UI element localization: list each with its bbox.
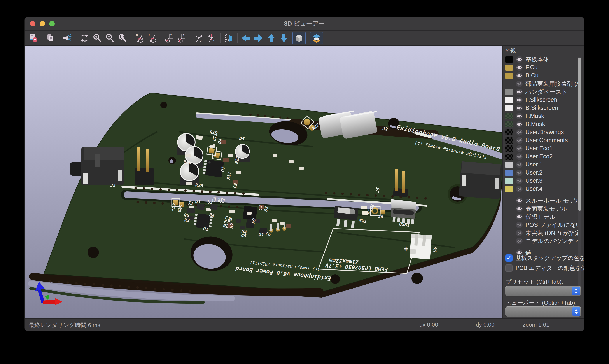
rotate-y-ccw-button[interactable]: Y [177, 32, 187, 44]
zoom-in-button[interactable] [92, 32, 103, 44]
refdes-label: SW1 [359, 218, 367, 224]
layer-row[interactable]: 表面実装モデル [505, 205, 580, 213]
layer-row[interactable]: 部品実装用接着剤 (Adhesive) [505, 80, 580, 88]
visibility-off-icon[interactable] [516, 238, 523, 245]
visibility-off-icon[interactable] [516, 221, 523, 228]
visibility-off-icon[interactable] [516, 137, 523, 144]
layer-color-swatch[interactable] [505, 113, 513, 119]
layer-row[interactable]: モデルのバウンディングボックス [505, 237, 580, 245]
layer-color-swatch[interactable] [505, 137, 513, 143]
layer-color-swatch[interactable] [505, 178, 513, 184]
layer-row[interactable]: F.Cu [505, 64, 580, 72]
visibility-on-icon[interactable] [516, 56, 523, 63]
rotate-x-ccw-button[interactable]: X [147, 32, 158, 44]
visibility-off-icon[interactable] [516, 169, 523, 176]
layer-row[interactable]: 基板本体 [505, 55, 580, 64]
zoom-fit-button[interactable] [117, 32, 128, 44]
flip-board-button[interactable] [223, 32, 234, 44]
copy-image-button[interactable] [45, 32, 56, 44]
layer-row[interactable]: User.1 [505, 161, 580, 169]
preset-combobox[interactable] [505, 286, 581, 296]
layer-color-swatch[interactable] [505, 65, 513, 71]
appearance-manager-toggle[interactable] [310, 32, 323, 44]
viewport-stepper-icon[interactable] [572, 307, 580, 316]
layer-label: 部品実装用接着剤 (Adhesive) [525, 80, 580, 88]
layer-row[interactable]: User.Eco1 [505, 144, 580, 153]
layer-color-swatch[interactable] [505, 154, 513, 160]
pan-right-button[interactable] [253, 32, 264, 44]
layer-row[interactable]: スルーホール モデル [505, 196, 580, 205]
layer-color-swatch[interactable] [505, 170, 513, 176]
visibility-off-icon[interactable] [516, 129, 523, 136]
layer-row[interactable]: B.Silkscreen [505, 104, 580, 112]
reload-board-button[interactable] [28, 32, 39, 44]
panel-scrollbar-thumb[interactable] [578, 58, 581, 211]
layer-color-swatch[interactable] [505, 162, 513, 168]
layer-color-swatch[interactable] [505, 89, 513, 95]
layer-color-swatch[interactable] [505, 145, 513, 152]
layer-row[interactable]: B.Cu [505, 72, 580, 80]
visibility-off-icon[interactable] [516, 230, 523, 236]
visibility-on-icon[interactable] [516, 104, 523, 112]
layer-row[interactable]: User.Comments [505, 136, 580, 144]
layer-color-swatch[interactable] [505, 129, 513, 135]
visibility-on-icon[interactable] [516, 213, 523, 220]
rotate-x-cw-button[interactable]: X [134, 32, 145, 44]
layer-row[interactable]: ハンダペースト [505, 88, 580, 96]
layer-row[interactable]: User.3 [505, 177, 580, 185]
layer-row[interactable]: User.2 [505, 169, 580, 177]
layer-row[interactable]: 未実装 (DNP) が指定されたモデル [505, 229, 580, 237]
layer-color-swatch[interactable] [505, 97, 513, 103]
visibility-on-icon[interactable] [516, 64, 523, 71]
visibility-on-icon[interactable] [516, 113, 523, 120]
title-bar[interactable]: 3D ビューアー [25, 17, 584, 31]
visibility-off-icon[interactable] [516, 185, 523, 193]
svg-text:Y: Y [170, 33, 172, 37]
visibility-off-icon[interactable] [516, 80, 523, 87]
layer-row[interactable]: B.Mask [505, 120, 580, 128]
rotate-z-cw-button[interactable]: Z [194, 32, 205, 44]
pan-down-button[interactable] [278, 32, 289, 44]
layer-color-swatch[interactable] [505, 105, 513, 111]
appearance-panel-title: 外観 [503, 46, 584, 55]
visibility-on-icon[interactable] [516, 197, 523, 204]
preset-stepper-icon[interactable] [572, 286, 580, 295]
svg-text:X: X [149, 33, 151, 37]
layer-row[interactable]: POS ファイルにないモデル [505, 221, 580, 229]
layer-color-swatch[interactable] [505, 121, 513, 127]
rotate-y-cw-icon: Y [164, 33, 174, 43]
redraw-button[interactable] [79, 32, 90, 44]
refdes-label: D5 [239, 136, 245, 142]
visibility-on-icon[interactable] [516, 72, 523, 79]
viewport-combobox[interactable] [505, 306, 581, 316]
layer-row[interactable]: User.Drawings [505, 128, 580, 136]
visibility-off-icon[interactable] [516, 177, 523, 184]
rotate-y-cw-button[interactable]: Y [164, 32, 175, 44]
layer-row[interactable]: 仮想モデル [505, 213, 580, 221]
visibility-on-icon[interactable] [516, 88, 523, 95]
layer-row[interactable]: F.Silkscreen [505, 96, 580, 104]
3d-viewport-canvas[interactable]: Exidiophone v6.0 Audio Board (c) Tomoya … [25, 46, 503, 319]
use-pcb-editor-copper-checkbox[interactable] [505, 264, 513, 272]
pan-up-button[interactable] [266, 32, 277, 44]
visibility-off-icon[interactable] [516, 145, 523, 152]
layer-color-swatch[interactable] [505, 56, 513, 63]
layer-row[interactable]: User.4 [505, 185, 580, 193]
visibility-on-icon[interactable] [516, 96, 523, 104]
layer-color-swatch[interactable] [505, 73, 513, 79]
layer-color-swatch[interactable] [505, 186, 513, 192]
visibility-off-icon[interactable] [516, 153, 523, 160]
pan-left-button[interactable] [240, 32, 251, 44]
use-stackup-colors-checkbox[interactable]: ✓ [505, 254, 513, 262]
layer-row[interactable]: F.Mask [505, 112, 580, 120]
orthographic-projection-toggle[interactable] [292, 32, 306, 44]
rotate-z-ccw-button[interactable]: Z [206, 32, 217, 44]
use-pcb-editor-copper-checkbox-row[interactable]: PCB エディターの銅色を使用 [505, 264, 584, 272]
layer-row[interactable]: User.Eco2 [505, 153, 580, 161]
visibility-on-icon[interactable] [516, 121, 523, 128]
visibility-off-icon[interactable] [516, 161, 523, 168]
visibility-on-icon[interactable] [516, 205, 523, 212]
render-view-button[interactable] [62, 32, 73, 44]
use-stackup-colors-checkbox-row[interactable]: ✓ 基板スタックアップの色を使用 [505, 254, 584, 262]
zoom-out-button[interactable] [104, 32, 115, 44]
